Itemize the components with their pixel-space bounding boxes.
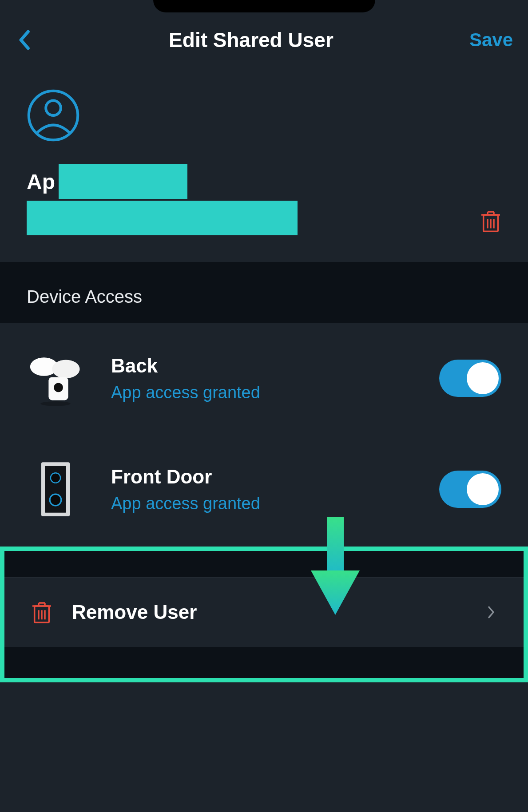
- phone-notch: [153, 0, 375, 12]
- chevron-left-icon: [18, 29, 30, 51]
- save-button[interactable]: Save: [469, 29, 513, 51]
- user-info-section: Ap: [0, 71, 528, 262]
- svg-point-18: [50, 494, 61, 506]
- chevron-right-icon: [485, 603, 497, 621]
- svg-point-1: [46, 100, 61, 115]
- trash-icon: [31, 600, 52, 625]
- svg-point-17: [51, 473, 60, 483]
- device-info: Back App access granted: [111, 355, 413, 402]
- avatar-icon: [27, 89, 80, 142]
- user-email-row: [27, 201, 501, 235]
- svg-point-14: [40, 401, 71, 406]
- floodlight-cam-icon: [27, 349, 84, 407]
- back-button[interactable]: [15, 27, 33, 53]
- device-list: Back App access granted Front Door App a…: [0, 323, 528, 545]
- device-access-header: Device Access: [0, 271, 528, 323]
- svg-point-13: [54, 383, 63, 392]
- delete-user-button[interactable]: [480, 209, 501, 234]
- user-name-prefix: Ap: [27, 170, 55, 194]
- doorbell-icon: [27, 460, 84, 518]
- trash-icon: [480, 209, 501, 234]
- device-name: Back: [111, 355, 413, 377]
- section-spacer: [4, 647, 524, 678]
- toggle-knob: [467, 473, 499, 505]
- redacted-email: [27, 201, 298, 235]
- device-name: Front Door: [111, 466, 413, 488]
- device-row-back: Back App access granted: [0, 323, 528, 434]
- section-spacer: [4, 551, 524, 578]
- device-info: Front Door App access granted: [111, 466, 413, 513]
- page-title: Edit Shared User: [169, 28, 333, 52]
- device-status: App access granted: [111, 383, 413, 402]
- remove-user-row[interactable]: Remove User: [4, 578, 524, 647]
- device-status: App access granted: [111, 494, 413, 513]
- redacted-name: [59, 164, 187, 199]
- section-spacer: [0, 262, 528, 271]
- remove-user-label: Remove User: [72, 601, 466, 623]
- remove-user-highlight: Remove User: [0, 547, 528, 682]
- svg-point-11: [52, 360, 79, 378]
- bottom-spacer: [0, 682, 528, 718]
- toggle-knob: [467, 362, 499, 394]
- device-toggle-front-door[interactable]: [439, 471, 501, 508]
- device-toggle-back[interactable]: [439, 360, 501, 397]
- user-name-row: Ap: [27, 164, 501, 199]
- device-row-front-door: Front Door App access granted: [0, 434, 528, 545]
